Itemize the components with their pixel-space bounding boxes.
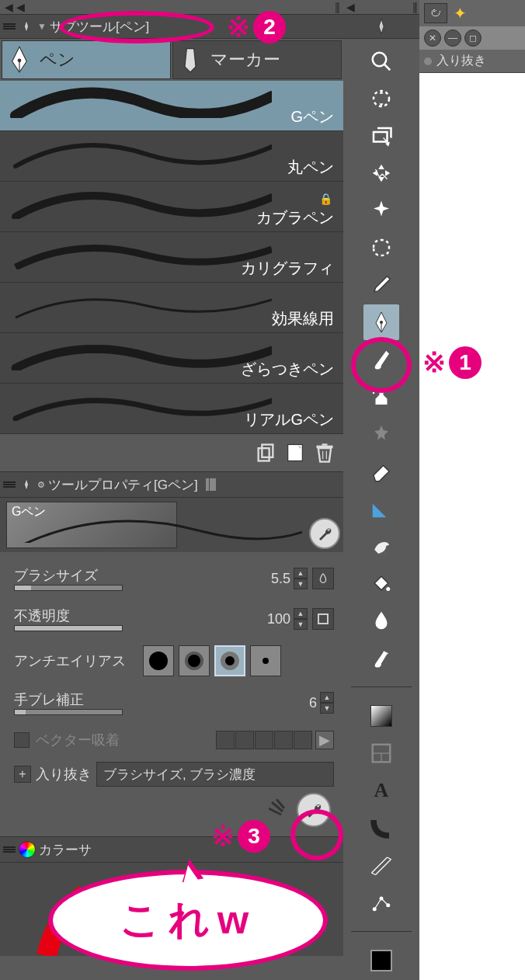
tool-select[interactable] xyxy=(363,230,399,266)
tool-frame[interactable] xyxy=(363,735,399,771)
opacity-extra-icon[interactable] xyxy=(312,608,334,630)
tool-eraser[interactable] xyxy=(363,454,399,489)
subtool-panel-header: ▼ サブツール[ペン] xyxy=(0,14,343,39)
stabilize-value: 6 xyxy=(281,695,320,711)
svg-text:Y.S: Y.S xyxy=(380,551,387,557)
tool-deco[interactable] xyxy=(363,416,399,452)
opacity-slider[interactable] xyxy=(14,625,123,631)
tool-buttons: Y.S xyxy=(343,39,419,680)
grip-icon[interactable]: ||| xyxy=(412,1,416,13)
grip-icon[interactable]: ||| xyxy=(335,1,339,13)
svg-point-13 xyxy=(373,53,387,67)
trash-icon[interactable] xyxy=(312,439,337,467)
tool-eyedropper[interactable] xyxy=(363,267,399,303)
brush-item-gpen[interactable]: Gペン xyxy=(0,81,343,131)
tool-operation[interactable] xyxy=(363,118,399,154)
brush-item-marupen[interactable]: 丸ペン xyxy=(0,131,343,182)
svg-point-19 xyxy=(374,389,377,391)
brush-item-effectline[interactable]: 効果線用 xyxy=(0,283,343,333)
collapse-icon[interactable]: ◀ xyxy=(346,1,355,13)
collapse-left2-icon[interactable]: ◀ xyxy=(16,1,25,13)
aa-option-weak[interactable] xyxy=(179,645,210,676)
opacity-stepper[interactable]: ▲▼ xyxy=(294,608,308,630)
pen-mini-icon xyxy=(19,475,34,494)
maximize-icon[interactable]: ◻ xyxy=(464,30,482,47)
canvas-area[interactable] xyxy=(419,73,525,980)
brush-item-calligraphy[interactable]: カリグラフィ xyxy=(0,232,343,283)
tool-perspective[interactable] xyxy=(363,847,399,883)
brush-size-stepper[interactable]: ▲▼ xyxy=(294,568,308,589)
color-wheel-icon xyxy=(19,841,36,858)
tool-brush[interactable] xyxy=(363,342,399,377)
brush-thumbnail: Gペン xyxy=(6,502,177,548)
brush-item-zaratsuki[interactable]: ざらつきペン xyxy=(0,333,343,384)
minimize-icon[interactable]: — xyxy=(444,30,461,47)
panel-menu-icon[interactable] xyxy=(3,843,16,856)
doc-tabstrip[interactable]: 入り抜き xyxy=(419,50,525,73)
inout-expand-icon[interactable]: + xyxy=(14,766,31,783)
tool-airbrush[interactable] xyxy=(363,379,399,415)
tool-layermove[interactable] xyxy=(363,155,399,191)
brush-item-realg[interactable]: リアルGペン xyxy=(0,384,343,434)
brush-size-label: ブラシサイズ xyxy=(14,566,130,585)
tab-dot-icon xyxy=(424,57,432,65)
property-list: ブラシサイズ 5.5 ▲▼ 不透明度 100 ▲▼ アンチエイリアス xyxy=(0,552,343,836)
pressure-icon[interactable] xyxy=(312,568,334,589)
wrench-button-bottom[interactable] xyxy=(297,793,331,827)
brush-label: リアルGペン xyxy=(244,409,334,430)
tab-marker[interactable]: マーカー xyxy=(172,40,342,79)
tool-wand[interactable] xyxy=(363,193,399,228)
tool-buttons-2: A xyxy=(343,693,419,925)
tab-pen[interactable]: ペン xyxy=(2,40,171,79)
aa-option-strong[interactable] xyxy=(250,645,281,676)
tool-move[interactable] xyxy=(363,81,399,116)
tool-bird[interactable]: Y.S xyxy=(363,528,399,564)
right-topbar: ౿ ✦ xyxy=(419,0,525,26)
aa-option-none[interactable] xyxy=(143,645,174,676)
opacity-row: 不透明度 100 ▲▼ xyxy=(14,599,334,639)
vector-snap-expand-icon[interactable]: ▶ xyxy=(315,731,334,749)
brush-item-kabura[interactable]: 🔒 カブラペン xyxy=(0,182,343,232)
color-panel-title: カラーサ xyxy=(39,841,92,859)
aa-option-mid[interactable] xyxy=(214,645,245,676)
inout-combo[interactable]: ブラシサイズ, ブラシ濃度 xyxy=(96,762,334,787)
brush-label: ざらつきペン xyxy=(241,359,334,380)
vector-snap-label: ベクター吸着 xyxy=(36,731,120,749)
brush-size-slider[interactable] xyxy=(14,585,123,591)
new-page-icon[interactable] xyxy=(283,439,308,467)
tool-property-title: ツールプロパティ[Gペン] xyxy=(48,476,198,494)
vector-snap-checkbox[interactable] xyxy=(14,732,30,748)
tool-curve[interactable] xyxy=(363,810,399,846)
tab-pen-label: ペン xyxy=(40,48,75,71)
tool-text[interactable]: A xyxy=(363,773,399,808)
brush-size-row: ブラシサイズ 5.5 ▲▼ xyxy=(14,558,334,599)
subtool-panel-title: サブツール[ペン] xyxy=(50,18,149,36)
tool-fill[interactable] xyxy=(363,565,399,601)
wrench-button-top[interactable] xyxy=(309,518,340,549)
stabilize-slider[interactable] xyxy=(14,709,123,715)
panel-menu-icon[interactable] xyxy=(3,20,16,33)
stabilize-stepper[interactable]: ▲▼ xyxy=(320,692,334,714)
vector-snap-segments[interactable] xyxy=(216,731,312,749)
tool-gradient[interactable] xyxy=(363,698,399,734)
opacity-value: 100 xyxy=(255,611,294,627)
tool-pen[interactable] xyxy=(363,304,399,340)
brush-size-value: 5.5 xyxy=(255,571,294,587)
inout-label: 入り抜き xyxy=(36,765,92,784)
brush-actions xyxy=(0,434,343,471)
tool-smudge[interactable] xyxy=(363,640,399,676)
tool-colorswatch[interactable] xyxy=(363,943,399,978)
tool-zoom[interactable] xyxy=(363,43,399,79)
pen-nib-icon xyxy=(9,47,30,72)
tool-blend[interactable] xyxy=(363,603,399,638)
swirl-icon[interactable]: ౿ xyxy=(424,3,447,23)
tool-line[interactable] xyxy=(363,884,399,920)
close-icon[interactable]: ✕ xyxy=(424,30,441,47)
star-icon[interactable]: ✦ xyxy=(454,4,467,23)
panel-menu-icon[interactable] xyxy=(3,478,16,491)
window-controls: ✕ — ◻ xyxy=(419,26,525,50)
tool-ruler[interactable] xyxy=(363,491,399,526)
effect-lines-icon xyxy=(269,799,300,827)
duplicate-icon[interactable] xyxy=(253,439,278,467)
collapse-left-icon[interactable]: ◀ xyxy=(5,1,13,13)
